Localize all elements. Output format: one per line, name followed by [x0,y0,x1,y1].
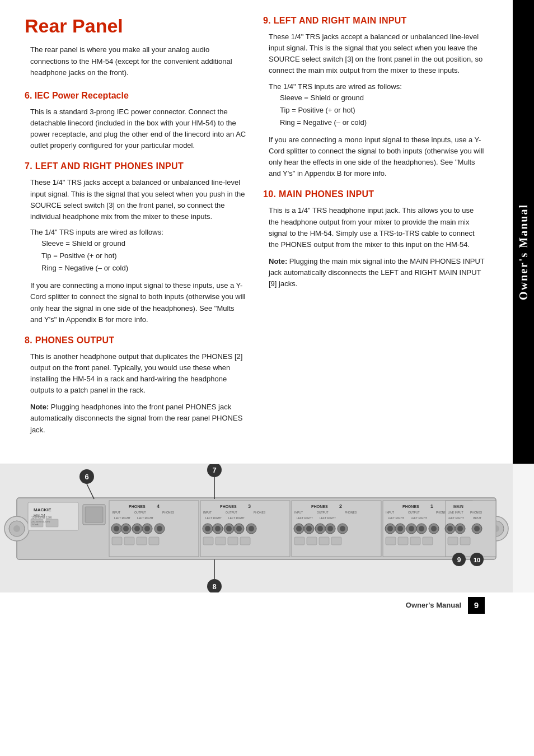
svg-text:6: 6 [85,473,88,481]
svg-text:MAIN: MAIN [453,505,463,508]
svg-rect-84 [331,537,341,545]
section-9-wiring: Sleeve = Shield or ground Tip = Positive… [280,92,485,129]
section-7-wiring: Sleeve = Shield or ground Tip = Positive… [41,237,246,274]
section-9-text-2: If you are connecting a mono input signa… [263,134,485,180]
svg-rect-18 [85,507,103,522]
svg-point-34 [144,526,150,531]
svg-rect-83 [319,537,329,545]
svg-text:OUTPUT: OUTPUT [317,511,329,514]
svg-text:3: 3 [248,503,251,509]
svg-text:PHONES: PHONES [254,511,266,514]
svg-text:1: 1 [430,503,433,509]
svg-rect-106 [423,537,433,545]
svg-point-52 [215,526,221,531]
svg-text:PHONES: PHONES [129,505,146,508]
section-7-text-1: These 1/4" TRS jacks accept a balanced o… [25,177,246,222]
svg-text:OUTPUT: OUTPUT [226,511,237,514]
svg-point-80 [340,526,345,531]
svg-point-94 [387,526,393,531]
svg-rect-40 [149,537,159,545]
svg-point-102 [431,526,437,531]
svg-point-58 [249,526,254,531]
svg-text:OUTPUT: OUTPUT [408,511,420,514]
svg-rect-81 [294,537,305,545]
svg-text:LEFT RIGHT: LEFT RIGHT [205,516,222,520]
section-8-note: Note: Plugging headphones into the front… [25,402,246,435]
svg-point-30 [123,526,129,531]
svg-rect-39 [137,537,147,545]
svg-text:8: 8 [212,582,216,591]
section-8-text-1: This is another headphone output that du… [25,351,246,396]
svg-point-50 [205,526,210,531]
svg-text:INPUT: INPUT [473,516,481,520]
svg-point-114 [447,526,453,531]
svg-point-36 [157,526,162,531]
svg-rect-120 [460,537,470,545]
svg-rect-59 [203,537,213,545]
svg-text:LINE INPUT: LINE INPUT [448,511,463,514]
sidebar-text: Owner's Manual [517,204,530,300]
svg-rect-38 [124,537,134,545]
svg-rect-60 [216,537,226,545]
svg-point-98 [409,526,414,531]
svg-point-5 [13,525,20,532]
wiring-item: Tip = Positive (+ or hot) [280,104,485,116]
section-7-heading: 7. LEFT and RIGHT PHONES INPUT [25,161,246,171]
wiring-item: Sleeve = Shield or ground [280,92,485,104]
svg-rect-105 [410,537,420,545]
svg-text:LEFT RIGHT: LEFT RIGHT [388,516,404,520]
svg-text:LEFT RIGHT: LEFT RIGHT [137,516,153,520]
svg-text:PHONES: PHONES [345,511,357,514]
svg-point-74 [306,526,312,531]
wiring-item: Tip = Positive (+ or hot) [41,250,246,262]
page-container: Owner's Manual Rear Panel The rear panel… [0,0,534,756]
svg-point-78 [327,526,333,531]
section-9-heading: 9. LEFT and RIGHT MAIN INPUT [263,16,485,26]
note-bold-label: Note: [30,403,49,411]
svg-text:120V/60Hz 15W: 120V/60Hz 15W [31,516,52,519]
svg-point-116 [457,526,463,531]
section-10: 10. MAIN PHONES INPUT This is a 1/4" TRS… [263,189,485,290]
svg-text:LEFT RIGHT: LEFT RIGHT [411,516,427,520]
svg-text:9: 9 [457,556,461,564]
section-9-wiring-header: The 1/4" TRS inputs are wired as follows… [263,82,485,91]
svg-point-72 [296,526,302,531]
svg-text:INPUT: INPUT [294,511,303,514]
page-title: Rear Panel [25,16,246,36]
wiring-item: Ring = Negative (– or cold) [280,116,485,129]
footer-page-number: 9 [468,597,485,614]
section-10-note-text: Plugging the main mix signal into the MA… [269,257,485,288]
wiring-item: Ring = Negative (– or cold) [41,262,246,274]
note-bold-label-2: Note: [269,257,287,265]
intro-text: The rear panel is where you make all you… [25,44,246,78]
svg-point-96 [397,526,403,531]
footer-label: Owner's Manual [406,601,461,609]
svg-point-100 [419,526,424,531]
section-8: 8. PHONES OUTPUT This is another headpho… [25,335,246,436]
wiring-item: Sleeve = Shield or ground [41,237,246,250]
svg-text:7: 7 [212,466,216,474]
svg-text:LEFT RIGHT: LEFT RIGHT [297,516,313,520]
svg-text:250mA: 250mA [31,523,39,526]
svg-text:INPUT: INPUT [203,511,212,514]
section-8-heading: 8. PHONES OUTPUT [25,335,246,346]
svg-point-118 [474,526,480,531]
hardware-diagram: MACKIE HM-54 120V/60Hz 15W 220-240V/50-6… [0,464,513,592]
svg-text:LEFT  RIGHT: LEFT RIGHT [448,516,464,520]
svg-text:LEFT RIGHT: LEFT RIGHT [320,516,336,520]
diagram-area: MACKIE HM-54 120V/60Hz 15W 220-240V/50-6… [0,464,534,592]
svg-text:PHONES: PHONES [220,505,237,508]
section-10-heading: 10. MAIN PHONES INPUT [263,189,485,199]
sidebar-label: Owner's Manual [513,0,534,504]
section-9-text-1: These 1/4" TRS jacks accept a balanced o… [263,31,485,77]
section-7: 7. LEFT and RIGHT PHONES INPUT These 1/4… [25,161,246,325]
section-6-text: This is a standard 3-prong IEC power con… [25,106,246,152]
section-6-heading: 6. IEC Power Receptacle [25,91,246,101]
svg-rect-119 [448,537,458,545]
svg-text:2: 2 [339,503,342,509]
svg-text:INPUT: INPUT [112,511,120,514]
svg-text:4: 4 [157,503,160,509]
svg-text:PHONES: PHONES [470,511,483,514]
svg-text:LEFT RIGHT: LEFT RIGHT [228,516,245,520]
svg-text:10: 10 [474,557,480,563]
